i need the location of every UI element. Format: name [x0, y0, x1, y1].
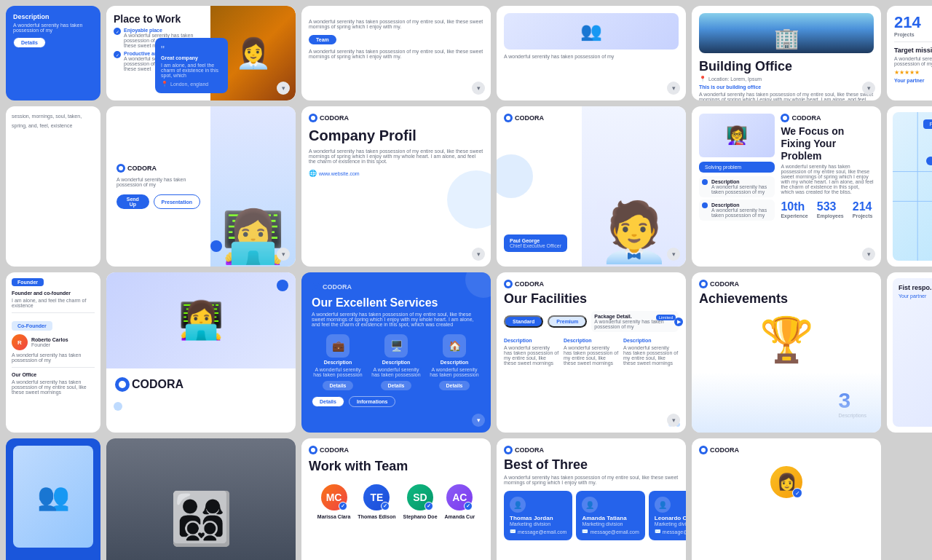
codora-logo-r4c5: CODORA: [699, 446, 874, 454]
person-avatar: R: [12, 334, 28, 350]
cofounder-tab[interactable]: Co-Founder: [12, 321, 52, 331]
logo-icon-r3c3: [312, 283, 320, 291]
founder-tab[interactable]: Founder: [12, 278, 44, 286]
details-main-button[interactable]: Details: [312, 396, 344, 407]
card-target-missions: ▶ 214 Projects Target missions A wonderf…: [887, 6, 932, 100]
stat1-label: Experience: [781, 213, 807, 218]
down-arrow-icon-2[interactable]: ▾: [472, 82, 485, 95]
member4-name: Amanda Cur: [445, 514, 475, 519]
check-icon-1: ✓: [114, 28, 121, 35]
card-dual-desc: 👥 A wonderful serenity has taken possess…: [497, 6, 686, 100]
card-building-office: 🏢 Building Office 📍 Location: Lorem, Ips…: [692, 6, 881, 100]
person2-email: message@email.com: [590, 529, 639, 535]
down-arrow-r3c3[interactable]: ▾: [472, 414, 485, 427]
logo-icon-r2c4: [504, 114, 513, 122]
card-partial-r3c6: Fist respo... Your partner: [887, 272, 932, 433]
person-name-r3c1: Roberto Carlos: [31, 337, 68, 342]
location: London, england: [170, 82, 208, 87]
solve-label: Solving problem: [705, 165, 741, 170]
person2-role: Marketing division: [582, 521, 639, 527]
down-arrow-r2c4[interactable]: ▾: [667, 248, 680, 261]
logo-text: CODORA: [127, 165, 157, 172]
card-facilities: CODORA Our Facilities Standard Premium L…: [497, 272, 686, 433]
profil-title: Company Profil: [309, 127, 483, 144]
informations-button[interactable]: Informations: [349, 396, 395, 407]
big-logo-text: CODORA: [132, 378, 183, 391]
person2-icon: 👤: [582, 497, 598, 513]
deco-blob-ceo: [497, 154, 533, 198]
logo-icon-r2c3: [309, 114, 317, 122]
svc3-detail-button[interactable]: Details: [439, 381, 470, 390]
big-logo-icon: [115, 377, 130, 392]
card-services: CODORA Our Excellent Services A wonderfu…: [301, 272, 491, 433]
solve-box: Solving problem: [699, 162, 775, 173]
svc1-detail-button[interactable]: Details: [323, 381, 354, 390]
logo-text-r3c4: CODORA: [515, 280, 544, 288]
person1-role: Marketing division: [510, 521, 566, 527]
person3-name: Leonardo Capucini: [655, 515, 686, 521]
logo-text-r4c4: CODORA: [515, 446, 544, 454]
fac-desc2-text: A wonderful serenity has taken possessio…: [564, 345, 619, 366]
tag-text: session, mornings, soul, taken, spring, …: [12, 112, 95, 130]
down-arrow-r3c4[interactable]: ▾: [667, 414, 680, 427]
down-arrow-r2c3[interactable]: ▾: [472, 248, 485, 261]
person-title: Chief Executive Officer: [510, 243, 561, 248]
fac-desc3-label: Description: [623, 338, 679, 343]
partial-text: Fist respo...: [899, 284, 932, 291]
codora-subtitle: A wonderful serenity has taken possessio…: [116, 177, 200, 187]
target-title: Target missions: [894, 47, 932, 54]
services-title: Our Excellent Services: [312, 296, 481, 309]
person3-icon: 👤: [655, 497, 671, 513]
stat1-num: 10th: [781, 200, 807, 213]
svg-point-12: [311, 448, 315, 452]
down-arrow-icon[interactable]: ▾: [277, 82, 290, 95]
premium-button[interactable]: Premium: [548, 315, 587, 328]
card-work-team: CODORA Work with Team MC ✓ Marissa Clara…: [301, 438, 491, 560]
team-member-2: TE ✓ Thomas Edison: [358, 484, 395, 519]
svc3-label: Description: [428, 360, 481, 365]
avatar-check: ✓: [792, 488, 802, 498]
down-arrow-icon-3[interactable]: ▾: [667, 82, 680, 95]
website[interactable]: www.website.com: [319, 171, 360, 176]
card-title: Description: [13, 13, 93, 20]
card-focus-problem: 👩‍🏫 Solving problem Description A wonder…: [692, 106, 881, 267]
quote-text: I am alone, and feel the charm of existe…: [161, 63, 222, 78]
check-icon-2: ✓: [114, 51, 121, 58]
desc2-label: Description: [711, 202, 772, 208]
svc2-detail-button[interactable]: Details: [381, 381, 412, 390]
person1-name: Thomas Jordan: [510, 515, 566, 521]
down-arrow-r2c2[interactable]: ▾: [277, 248, 290, 261]
svg-point-9: [314, 285, 318, 289]
codora-logo-r3c5: CODORA: [699, 280, 874, 288]
person-name: Paul George: [510, 238, 561, 243]
check-badge-4: ✓: [464, 502, 473, 510]
down-arrow-icon-4[interactable]: ▾: [862, 82, 875, 95]
details-button[interactable]: Details: [13, 37, 46, 48]
svg-point-13: [506, 448, 510, 452]
codora-logo-r4c3: CODORA: [309, 446, 483, 454]
team-button[interactable]: Team: [309, 35, 336, 44]
svg-point-10: [506, 282, 510, 286]
sendup-button[interactable]: Send Up: [116, 194, 149, 209]
card-description-blue: Description A wonderful serenity has tak…: [6, 6, 100, 100]
standard-button[interactable]: Standard: [504, 315, 543, 328]
person1-email: message@email.com: [518, 529, 566, 535]
card-founder: Founder Founder and co-founder I am alon…: [6, 272, 100, 433]
pkg-arrow[interactable]: ▶: [674, 318, 683, 326]
final-avatar: 👩 ✓: [769, 465, 804, 500]
member1-avatar: MC ✓: [321, 484, 347, 510]
codora-big-logo: CODORA: [115, 377, 287, 392]
down-arrow-r2c5[interactable]: ▾: [862, 248, 875, 261]
logo-icon-r4c5: [699, 446, 708, 454]
codora-logo-r4c4: CODORA: [504, 446, 679, 454]
fac-desc1-text: A wonderful serenity has taken possessio…: [504, 345, 559, 366]
desc-row-1: Description A wonderful serenity has tak…: [699, 176, 775, 197]
svc3-text: A wonderful serenity has taken possessio…: [428, 367, 481, 377]
card-place-to-work: Place to Work ✓ Enjoyable place A wonder…: [106, 6, 296, 100]
stat-number: 214: [894, 13, 932, 32]
presentation-button[interactable]: Presentation: [154, 194, 200, 209]
svc2-label: Description: [370, 360, 422, 365]
desc-row-2: Description A wonderful serenity has tak…: [699, 200, 775, 221]
logo-text-r3c5: CODORA: [710, 280, 739, 288]
member2-avatar: TE ✓: [363, 484, 390, 510]
